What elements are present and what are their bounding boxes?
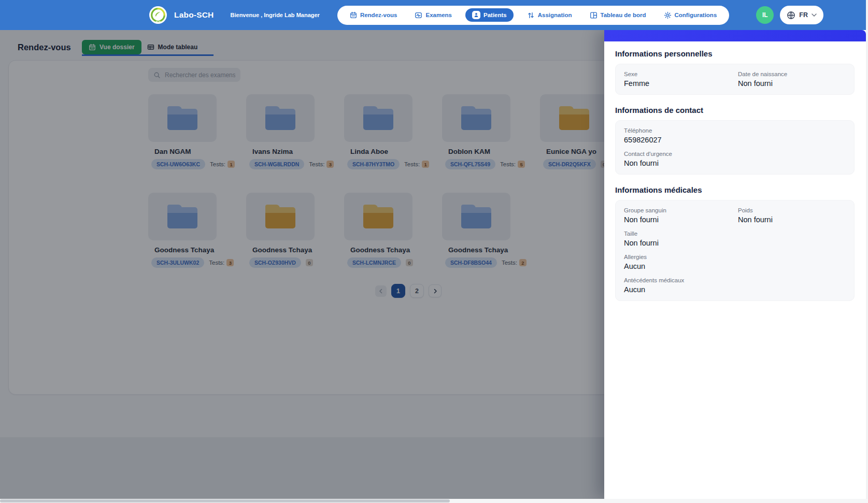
gear-icon xyxy=(664,11,672,19)
info-field: Poids Non fourni xyxy=(738,207,846,224)
brand-group: SCH Labo-SCH Bienvenue , Ingride Lab Man… xyxy=(149,6,320,24)
app-title: Labo-SCH xyxy=(174,10,214,20)
section-title: Informations personnelles xyxy=(615,49,855,58)
dashboard-icon xyxy=(590,11,597,19)
nav-item-configurations[interactable]: Configurations xyxy=(660,8,721,22)
field-label: Groupe sanguin xyxy=(624,207,732,213)
language-label: FR xyxy=(799,11,808,19)
info-field: Sexe Femme xyxy=(624,71,732,88)
horizontal-scrollbar[interactable] xyxy=(0,499,868,503)
info-field: Téléphone 659826027 xyxy=(624,127,846,144)
drawer-section: Informations personnelles Sexe Femme Dat… xyxy=(615,49,855,95)
info-field: Contact d'urgence Non fourni xyxy=(624,151,846,167)
nav-item-assignation[interactable]: Assignation xyxy=(523,8,576,22)
field-value: Non fourni xyxy=(624,239,846,247)
section-title: Informations médicales xyxy=(615,185,855,194)
drawer-section: Informations de contact Téléphone 659826… xyxy=(615,106,855,175)
globe-icon xyxy=(787,11,795,20)
info-field: Date de naissance Non fourni xyxy=(738,71,846,88)
field-value: Femme xyxy=(624,79,732,88)
field-label: Poids xyxy=(738,207,846,213)
drawer-accent-strip xyxy=(604,30,866,41)
welcome-text: Bienvenue , Ingride Lab Manager xyxy=(231,12,320,18)
field-label: Allergies xyxy=(624,254,846,260)
nav-item-examens[interactable]: Examens xyxy=(410,8,456,22)
section-card: Téléphone 659826027 Contact d'urgence No… xyxy=(615,120,855,175)
activity-icon xyxy=(415,11,422,19)
language-selector[interactable]: FR xyxy=(780,6,823,24)
nav-item-tableau-de-bord[interactable]: Tableau de bord xyxy=(586,8,650,22)
field-value: Aucun xyxy=(624,285,846,294)
main-nav: Rendez-vous Examens Patients Assignation… xyxy=(337,6,729,25)
nav-item-patients[interactable]: Patients xyxy=(465,8,514,22)
field-label: Date de naissance xyxy=(738,71,846,77)
section-card: Groupe sanguin Non fourni Poids Non four… xyxy=(615,200,855,301)
field-label: Antécédents médicaux xyxy=(624,277,846,283)
avatar[interactable]: IL xyxy=(756,6,774,24)
drawer-section: Informations médicales Groupe sanguin No… xyxy=(615,185,855,301)
info-field: Antécédents médicaux Aucun xyxy=(624,277,846,294)
info-field: Taille Non fourni xyxy=(624,231,846,247)
field-value: 659826027 xyxy=(624,136,846,144)
info-field: Groupe sanguin Non fourni xyxy=(624,207,732,224)
field-label: Sexe xyxy=(624,71,732,77)
field-value: Non fourni xyxy=(738,79,846,88)
chevron-down-icon xyxy=(812,13,817,17)
header-right-group: IL FR xyxy=(756,6,823,24)
section-card: Sexe Femme Date de naissance Non fourni xyxy=(615,64,855,95)
field-label: Contact d'urgence xyxy=(624,151,846,157)
field-label: Taille xyxy=(624,231,846,237)
nav-item-rendez-vous[interactable]: Rendez-vous xyxy=(346,8,402,22)
drawer-body: Informations personnelles Sexe Femme Dat… xyxy=(604,41,866,301)
patient-details-drawer: Informations personnelles Sexe Femme Dat… xyxy=(604,30,866,499)
calendar-icon xyxy=(350,11,357,19)
app-header: SCH Labo-SCH Bienvenue , Ingride Lab Man… xyxy=(0,0,868,30)
user-icon xyxy=(472,11,480,19)
svg-text:SCH: SCH xyxy=(155,20,160,23)
scrollbar-thumb[interactable] xyxy=(0,499,450,502)
info-field: Allergies Aucun xyxy=(624,254,846,270)
field-value: Non fourni xyxy=(624,215,732,224)
field-value: Non fourni xyxy=(738,215,846,224)
drawer-backdrop[interactable] xyxy=(0,30,604,499)
field-value: Aucun xyxy=(624,262,846,270)
swap-arrows-icon xyxy=(527,11,535,19)
field-label: Téléphone xyxy=(624,127,846,134)
section-title: Informations de contact xyxy=(615,106,855,114)
vertical-scrollbar[interactable] xyxy=(866,0,868,499)
labo-sch-logo-icon: SCH xyxy=(149,6,167,24)
field-value: Non fourni xyxy=(624,159,846,167)
